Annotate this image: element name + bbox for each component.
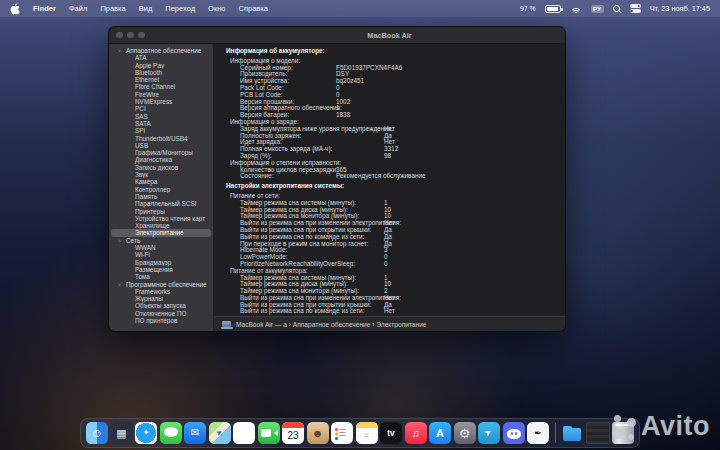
sidebar-item[interactable]: Контроллер (111, 186, 211, 193)
facetime-icon[interactable] (258, 422, 280, 444)
sidebar-item[interactable]: FireWire (111, 91, 211, 98)
search-icon[interactable] (613, 5, 621, 13)
sidebar-item[interactable]: Параллельный SCSI (111, 200, 211, 207)
row-value: 98 (384, 153, 391, 160)
section-heading: Информация об аккумуляторе: (226, 48, 559, 55)
sidebar-item[interactable]: SAS (111, 113, 211, 120)
tv-icon[interactable]: tv (380, 422, 402, 444)
launchpad-icon[interactable]: ▦ (111, 422, 133, 444)
sidebar-item[interactable]: ПО принтеров (111, 317, 211, 324)
sidebar-item[interactable]: Apple Pay (111, 62, 211, 69)
sidebar-item[interactable]: Объекты запуска (111, 302, 211, 309)
apple-menu-icon[interactable] (10, 3, 20, 15)
minimize-button[interactable] (127, 32, 134, 39)
calendar-icon[interactable]: 23 (282, 422, 304, 444)
launchpad-glyph: ▦ (116, 428, 126, 439)
wifi-icon[interactable] (570, 4, 582, 13)
window-titlebar[interactable]: MacBook Air (109, 27, 565, 44)
avito-logo-icon (612, 414, 636, 440)
sidebar-item[interactable]: Размещения (111, 266, 211, 273)
menu-item-окно[interactable]: Окно (208, 4, 225, 13)
discord-icon[interactable] (503, 422, 525, 444)
contacts-icon[interactable]: ☻ (307, 422, 329, 444)
sidebar-item[interactable]: Fibre Channel (111, 83, 211, 90)
sidebar-item[interactable]: Устройство чтения карт (111, 215, 211, 222)
sidebar-item[interactable]: Отключенное ПО (111, 310, 211, 317)
sidebar-item[interactable]: Звук (111, 171, 211, 178)
white-app-icon[interactable]: ✒ (527, 422, 549, 444)
sidebar-item[interactable]: Thunderbolt/USB4 (111, 135, 211, 142)
menu-item-переход[interactable]: Переход (165, 4, 195, 13)
row-label: Выйти из режима сна по команде из сети: (240, 307, 364, 314)
safari-icon[interactable]: ✦ (135, 422, 157, 444)
notes-glyph: ≡ (364, 431, 369, 440)
sidebar-item[interactable]: Хранилище (111, 222, 211, 229)
sidebar-item[interactable]: Frameworks (111, 288, 211, 295)
menu-clock[interactable]: Чт, 23 нояб. 17:45 (650, 4, 710, 13)
sidebar-item[interactable]: Журналы (111, 295, 211, 302)
music-glyph: ♫ (411, 428, 419, 439)
telegram-icon[interactable]: ➤ (478, 422, 500, 444)
menu-item-finder[interactable]: Finder (33, 4, 56, 13)
menu-bar: FinderФайлПравкаВидПереходОкноСправка 97… (0, 0, 720, 17)
app-store-icon[interactable]: A (429, 422, 451, 444)
music-icon[interactable]: ♫ (405, 422, 427, 444)
zoom-button[interactable] (138, 32, 145, 39)
sidebar-section-header[interactable]: ˅Программное обеспечение (111, 281, 211, 288)
sidebar-item[interactable]: Запись дисков (111, 164, 211, 171)
sidebar-section-header[interactable]: ˅Аппаратное обеспечение (111, 47, 211, 54)
calendar-glyph: 23 (287, 431, 298, 441)
sidebar-item[interactable]: Камера (111, 178, 211, 185)
menu-item-вид[interactable]: Вид (139, 4, 153, 13)
sidebar-item[interactable]: WWAN (111, 244, 211, 251)
sidebar-item[interactable]: Брандмауэр (111, 259, 211, 266)
sidebar-section-header[interactable]: ˅Сеть (111, 237, 211, 244)
photos-icon[interactable] (233, 422, 255, 444)
sidebar-item[interactable]: USB (111, 142, 211, 149)
avito-watermark-text: Avito (641, 411, 710, 442)
report-row: Версия батареи:1838 (226, 112, 559, 119)
mail-icon[interactable]: ✉ (184, 422, 206, 444)
row-value: Нет (384, 308, 395, 315)
menu-item-правка[interactable]: Правка (100, 4, 125, 13)
row-label: Заряд (%): (240, 152, 272, 159)
sidebar-item[interactable]: ATA (111, 54, 211, 61)
reminders-icon[interactable]: ☰ (331, 422, 353, 444)
sidebar-item[interactable]: Принтеры (111, 208, 211, 215)
system-information-window: MacBook Air ˅Аппаратное обеспечениеATAAp… (108, 26, 566, 332)
report-row: Выйти из режима сна по команде из сети:Н… (226, 308, 559, 315)
maps-icon[interactable]: ➤ (209, 422, 231, 444)
settings-icon[interactable]: ⚙ (454, 422, 476, 444)
sidebar-item[interactable]: Диагностика (111, 156, 211, 163)
minimized-window-icon[interactable] (586, 422, 610, 444)
sidebar-item[interactable]: Тома (111, 273, 211, 280)
row-value: bq20z451 (336, 78, 364, 85)
input-source-badge[interactable]: РУ (591, 5, 604, 13)
menu-item-справка[interactable]: Справка (239, 4, 268, 13)
tv-glyph: tv (387, 429, 395, 438)
sidebar-item[interactable]: PCI (111, 105, 211, 112)
sidebar-item[interactable]: Wi-Fi (111, 251, 211, 258)
sidebar-item[interactable]: Bluetooth (111, 69, 211, 76)
sidebar-item[interactable]: NVMExpress (111, 98, 211, 105)
window-title: MacBook Air (109, 31, 565, 40)
sidebar-item[interactable]: Ethernet (111, 76, 211, 83)
sidebar-item[interactable]: SATA (111, 120, 211, 127)
reminders-glyph: ☰ (338, 429, 346, 438)
sidebar-item[interactable]: Электропитание (111, 229, 211, 236)
sidebar-item[interactable]: Память (111, 193, 211, 200)
close-button[interactable] (116, 32, 123, 39)
avito-watermark: Avito (612, 411, 710, 442)
menu-item-файл[interactable]: Файл (69, 4, 87, 13)
report-sidebar: ˅Аппаратное обеспечениеATAApple PayBluet… (109, 44, 214, 331)
report-row: Заряд (%):98 (226, 153, 559, 160)
row-label: Состояние: (240, 172, 274, 179)
finder-icon[interactable]: ☺ (86, 422, 108, 444)
notes-icon[interactable]: ≡ (356, 422, 378, 444)
sidebar-item[interactable]: Графика/Мониторы (111, 149, 211, 156)
sidebar-item[interactable]: SPI (111, 127, 211, 134)
downloads-folder-icon[interactable] (561, 422, 583, 444)
battery-icon[interactable] (545, 5, 561, 13)
messages-icon[interactable] (160, 422, 182, 444)
control-center-icon[interactable] (630, 4, 641, 13)
